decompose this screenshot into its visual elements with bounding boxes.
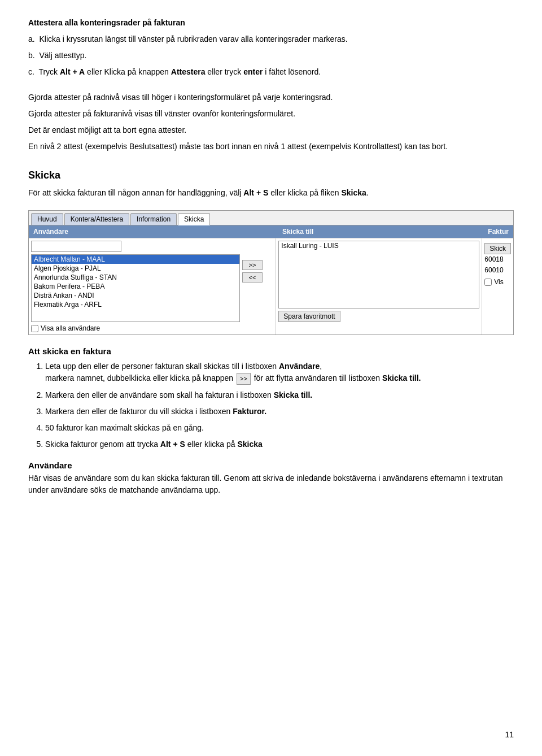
att-skicka-section: Att skicka en faktura Leta upp den eller… — [28, 346, 514, 450]
para4: En nivå 2 attest (exempelvis Beslutsatte… — [28, 141, 514, 153]
faktura-numbers: 60018 60010 — [484, 254, 511, 276]
vis-checkbox[interactable] — [484, 279, 492, 286]
skicka-para: För att skicka fakturan till någon annan… — [28, 187, 514, 199]
user-search-input[interactable] — [31, 241, 121, 252]
tab-kontera[interactable]: Kontera/Attestera — [64, 213, 129, 225]
para2: Gjorda attester på fakturanivå visas til… — [28, 108, 514, 120]
tab-skicka[interactable]: Skicka — [178, 213, 210, 225]
visa-alla-label: Visa alla användare — [41, 324, 100, 332]
forward-arrow-button[interactable]: >> — [242, 260, 263, 270]
list-item-2: Markera den eller de användare som skall… — [45, 389, 514, 401]
anvandare-text: Här visas de användare som du kan skicka… — [28, 472, 514, 496]
list-item[interactable]: Bakom Perifera - PEBA — [32, 282, 239, 291]
attestera-section: Attestera alla konteringsrader på faktur… — [28, 17, 514, 153]
anvandare-section: Användare Här visas de användare som du … — [28, 460, 514, 496]
att-skicka-list: Leta upp den eller de personer fakturan … — [45, 360, 514, 450]
list-item-5: Skicka fakturor genom att trycka Alt + S… — [45, 438, 514, 450]
list-item[interactable]: Annorlunda Stuffiga - STAN — [32, 273, 239, 282]
send-listbox[interactable]: Iskall Luring - LUIS — [278, 241, 479, 309]
list-item[interactable]: Iskall Luring - LUIS — [279, 241, 479, 250]
faktura-number: 60010 — [484, 265, 511, 276]
arrow-buttons: >> << — [242, 254, 263, 283]
list-item-1: Leta upp den eller de personer fakturan … — [45, 360, 514, 385]
backward-arrow-button[interactable]: << — [242, 272, 263, 283]
list-item-4: 50 fakturor kan maximalt skickas på en g… — [45, 422, 514, 434]
skicka-heading: Skicka — [28, 170, 514, 181]
visa-alla-checkbox[interactable] — [31, 325, 38, 332]
forward-btn-inline: >> — [237, 373, 251, 385]
col-header-faktura: Faktur — [483, 225, 513, 238]
skicka-button[interactable]: Skick — [484, 243, 511, 254]
faktura-number: 60018 — [484, 254, 511, 265]
users-listbox[interactable]: Albrecht Mallan - MAAL Algen Pjoskiga - … — [31, 254, 240, 322]
skicka-section: Skicka För att skicka fakturan till någo… — [28, 170, 514, 199]
list-item[interactable]: Algen Pjoskiga - PJAL — [32, 264, 239, 273]
attestera-heading: Attestera alla konteringsrader på faktur… — [28, 17, 514, 29]
main-row: Albrecht Mallan - MAAL Algen Pjoskiga - … — [29, 238, 513, 334]
faktura-col: Skick 60018 60010 Vis — [482, 238, 513, 334]
tab-bar: Huvud Kontera/Attestera Information Skic… — [29, 211, 513, 225]
skicka-ui-mockup: Huvud Kontera/Attestera Information Skic… — [28, 210, 514, 335]
users-col: Albrecht Mallan - MAAL Algen Pjoskiga - … — [29, 238, 276, 334]
vis-label: Vis — [494, 278, 503, 286]
item-c: c. Tryck Alt + A eller Klicka på knappen… — [28, 66, 514, 78]
tab-huvud[interactable]: Huvud — [31, 213, 63, 225]
users-list-container: Albrecht Mallan - MAAL Algen Pjoskiga - … — [31, 254, 273, 322]
col-header-send: Skicka till — [278, 225, 483, 238]
list-item[interactable]: Flexmatik Arga - ARFL — [32, 300, 239, 309]
send-col: Iskall Luring - LUIS Spara favoritmott — [276, 238, 482, 334]
anvandare-heading: Användare — [28, 460, 514, 470]
para1: Gjorda attester på radnivå visas till hö… — [28, 92, 514, 103]
col-header-users: Användare — [29, 225, 278, 238]
vis-row: Vis — [484, 278, 511, 286]
col-headers: Användare Skicka till Faktur — [29, 225, 513, 238]
para3: Det är endast möjligt att ta bort egna a… — [28, 124, 514, 136]
page-content: Attestera alla konteringsrader på faktur… — [28, 17, 514, 496]
save-fav-button[interactable]: Spara favoritmott — [278, 311, 340, 322]
item-a: a. Klicka i kryssrutan längst till vänst… — [28, 33, 514, 45]
list-item-3: Markera den eller de fakturor du vill sk… — [45, 406, 514, 418]
tab-information[interactable]: Information — [130, 213, 177, 225]
att-skicka-heading: Att skicka en faktura — [28, 346, 514, 356]
visa-alla-row: Visa alla användare — [31, 324, 273, 332]
list-item[interactable]: Albrecht Mallan - MAAL — [32, 255, 239, 264]
list-item[interactable]: Disträ Ankan - ANDI — [32, 291, 239, 300]
item-b: b. Välj attesttyp. — [28, 50, 514, 62]
tab-content: Användare Skicka till Faktur Albrecht Ma… — [29, 225, 513, 334]
